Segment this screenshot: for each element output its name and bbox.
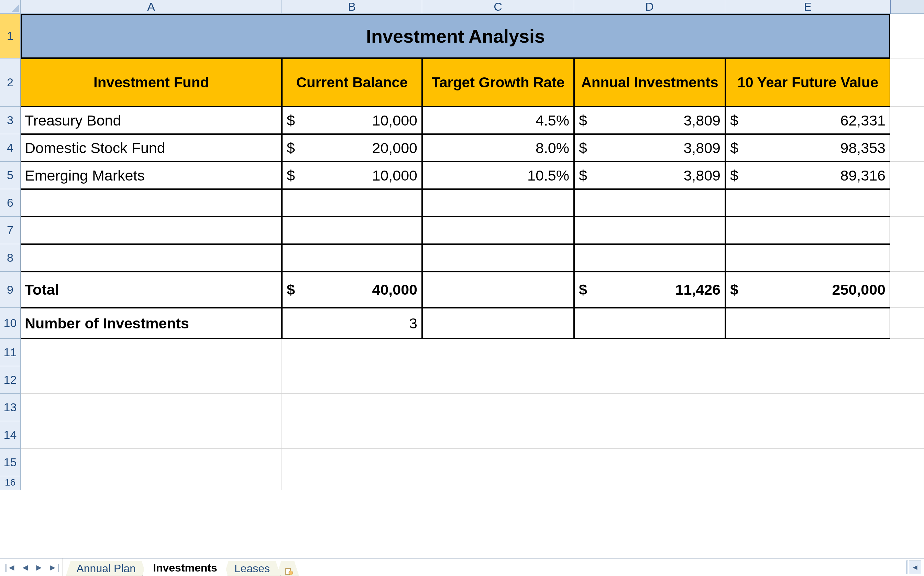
cell-C15[interactable]	[422, 449, 574, 476]
cell-rest-1[interactable]	[890, 14, 924, 58]
cell-rest-3[interactable]	[890, 107, 924, 134]
cell-E16[interactable]	[725, 476, 890, 490]
cell-E15[interactable]	[725, 449, 890, 476]
header-future-value[interactable]: 10 Year Future Value	[725, 58, 890, 107]
cell-E9[interactable]: $250,000	[725, 272, 890, 308]
cell-A14[interactable]	[21, 421, 282, 449]
col-header-B[interactable]: B	[282, 0, 422, 14]
tab-annual-plan[interactable]: Annual Plan	[65, 561, 147, 576]
cell-rest-11[interactable]	[890, 339, 924, 366]
cell-rest-10[interactable]	[890, 308, 924, 339]
cell-E6[interactable]	[725, 189, 890, 217]
row-header-7[interactable]: 7	[0, 217, 21, 244]
cell-D11[interactable]	[574, 339, 725, 366]
cell-E5[interactable]: $89,316	[725, 162, 890, 189]
cell-C3[interactable]: 4.5%	[422, 107, 574, 134]
new-sheet-button[interactable]	[276, 561, 299, 576]
cell-A10[interactable]: Number of Investments	[21, 308, 282, 339]
cell-D9[interactable]: $11,426	[574, 272, 725, 308]
cell-rest-16[interactable]	[890, 476, 924, 490]
cell-C14[interactable]	[422, 421, 574, 449]
cell-D12[interactable]	[574, 366, 725, 394]
row-header-3[interactable]: 3	[0, 107, 21, 134]
header-target-growth[interactable]: Target Growth Rate	[422, 58, 574, 107]
cell-A11[interactable]	[21, 339, 282, 366]
cell-D14[interactable]	[574, 421, 725, 449]
cell-C10[interactable]	[422, 308, 574, 339]
cell-rest-5[interactable]	[890, 162, 924, 189]
tab-leases[interactable]: Leases	[224, 561, 281, 576]
cell-B10[interactable]: 3	[282, 308, 422, 339]
cell-A5[interactable]: Emerging Markets	[21, 162, 282, 189]
cell-E3[interactable]: $62,331	[725, 107, 890, 134]
cell-D16[interactable]	[574, 476, 725, 490]
row-header-14[interactable]: 14	[0, 421, 21, 449]
cell-E14[interactable]	[725, 421, 890, 449]
cell-B5[interactable]: $10,000	[282, 162, 422, 189]
cell-E13[interactable]	[725, 394, 890, 421]
row-header-11[interactable]: 11	[0, 339, 21, 366]
cell-C12[interactable]	[422, 366, 574, 394]
cell-D6[interactable]	[574, 189, 725, 217]
cell-B15[interactable]	[282, 449, 422, 476]
cell-D7[interactable]	[574, 217, 725, 244]
cell-rest-7[interactable]	[890, 217, 924, 244]
cell-C4[interactable]: 8.0%	[422, 134, 574, 162]
row-header-9[interactable]: 9	[0, 272, 21, 308]
cell-A8[interactable]	[21, 244, 282, 272]
col-header-C[interactable]: C	[422, 0, 574, 14]
row-header-13[interactable]: 13	[0, 394, 21, 421]
cell-rest-9[interactable]	[890, 272, 924, 308]
row-header-2[interactable]: 2	[0, 58, 21, 107]
cell-B7[interactable]	[282, 217, 422, 244]
next-sheet-button[interactable]: ►	[34, 563, 43, 572]
cell-E10[interactable]	[725, 308, 890, 339]
cell-rest-13[interactable]	[890, 394, 924, 421]
cell-D13[interactable]	[574, 394, 725, 421]
tab-investments[interactable]: Investments	[142, 560, 228, 576]
col-header-A[interactable]: A	[21, 0, 282, 14]
cell-rest-4[interactable]	[890, 134, 924, 162]
cell-D3[interactable]: $3,809	[574, 107, 725, 134]
header-current-balance[interactable]: Current Balance	[282, 58, 422, 107]
cell-rest-8[interactable]	[890, 244, 924, 272]
select-all-corner[interactable]	[0, 0, 21, 14]
cell-A13[interactable]	[21, 394, 282, 421]
cell-E11[interactable]	[725, 339, 890, 366]
cell-A7[interactable]	[21, 217, 282, 244]
cell-C6[interactable]	[422, 189, 574, 217]
tab-split-handle[interactable]	[906, 560, 908, 574]
cell-C8[interactable]	[422, 244, 574, 272]
cell-C11[interactable]	[422, 339, 574, 366]
cell-B13[interactable]	[282, 394, 422, 421]
cell-rest-2[interactable]	[890, 58, 924, 107]
header-fund[interactable]: Investment Fund	[21, 58, 282, 107]
cell-A9[interactable]: Total	[21, 272, 282, 308]
cell-B9[interactable]: $40,000	[282, 272, 422, 308]
cell-B3[interactable]: $10,000	[282, 107, 422, 134]
cell-B4[interactable]: $20,000	[282, 134, 422, 162]
title-cell[interactable]: Investment Analysis	[21, 14, 890, 58]
row-header-16[interactable]: 16	[0, 476, 21, 490]
cell-A6[interactable]	[21, 189, 282, 217]
cell-E12[interactable]	[725, 366, 890, 394]
cell-D8[interactable]	[574, 244, 725, 272]
last-sheet-button[interactable]: ►|	[48, 563, 59, 572]
cell-C13[interactable]	[422, 394, 574, 421]
col-header-E[interactable]: E	[725, 0, 890, 14]
cell-B8[interactable]	[282, 244, 422, 272]
row-header-1[interactable]: 1	[0, 14, 21, 58]
cell-rest-6[interactable]	[890, 189, 924, 217]
cell-A15[interactable]	[21, 449, 282, 476]
worksheet-grid[interactable]: A B C D E 1 Investment Analysis 2 Invest…	[0, 0, 924, 558]
row-header-6[interactable]: 6	[0, 189, 21, 217]
cell-D4[interactable]: $3,809	[574, 134, 725, 162]
col-header-D[interactable]: D	[574, 0, 725, 14]
cell-E4[interactable]: $98,353	[725, 134, 890, 162]
row-header-12[interactable]: 12	[0, 366, 21, 394]
row-header-8[interactable]: 8	[0, 244, 21, 272]
header-annual-investments[interactable]: Annual Investments	[574, 58, 725, 107]
row-header-5[interactable]: 5	[0, 162, 21, 189]
cell-A12[interactable]	[21, 366, 282, 394]
row-header-4[interactable]: 4	[0, 134, 21, 162]
